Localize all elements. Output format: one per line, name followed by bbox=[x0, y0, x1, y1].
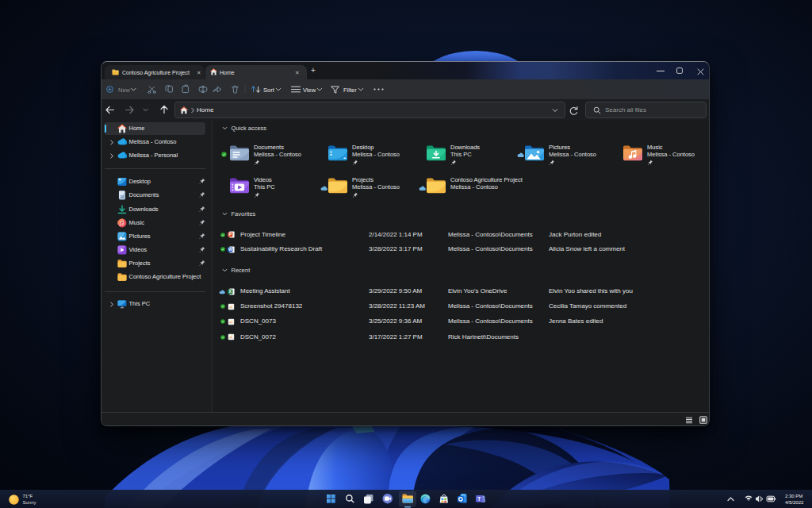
svg-text:X: X bbox=[229, 289, 232, 294]
svg-text:P: P bbox=[228, 232, 232, 237]
svg-text:71°F: 71°F bbox=[23, 494, 33, 498]
svg-text:W: W bbox=[228, 247, 232, 252]
svg-text:T: T bbox=[477, 496, 481, 502]
svg-text:Sunny: Sunny bbox=[23, 500, 36, 505]
